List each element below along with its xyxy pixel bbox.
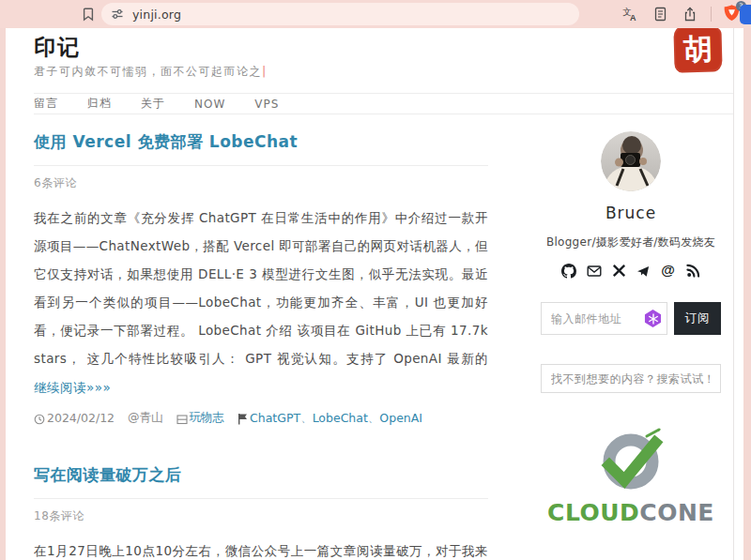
github-icon[interactable]: [561, 264, 576, 279]
rss-icon[interactable]: [686, 264, 700, 278]
cloudcone-logo-icon: [593, 424, 668, 493]
post-list: 使用 Vercel 免费部署 LobeChat 6条评论 我在之前的文章《充分发…: [34, 131, 488, 560]
translate-icon[interactable]: 文 A: [621, 5, 639, 23]
extension-chip[interactable]: [740, 5, 751, 24]
reader-mode-icon[interactable]: [651, 5, 669, 23]
nav-item-now[interactable]: NOW: [194, 98, 225, 111]
tag-separator: 、: [368, 410, 380, 426]
cloudcone-ad[interactable]: CLOUDCONE: [541, 424, 721, 526]
scrollbar-track[interactable]: [733, 28, 734, 560]
subscribe-form: 订阅: [541, 302, 721, 335]
toolbar-actions: 文 A: [621, 0, 743, 28]
author-name: Bruce: [541, 204, 721, 222]
nav-item-about[interactable]: 关于: [141, 96, 165, 112]
post-tag-link[interactable]: OpenAI: [379, 411, 422, 425]
author-bio: Blogger/摄影爱好者/数码发烧友: [541, 235, 721, 250]
post-2: 写在阅读量破万之后 18条评论 在1月27日晚上10点10分左右，微信公众号上一…: [34, 464, 488, 560]
read-more-link[interactable]: 继续阅读»»»: [34, 380, 111, 397]
subscribe-button[interactable]: 订阅: [674, 302, 721, 335]
post-comment-count[interactable]: 18条评论: [34, 508, 488, 524]
x-twitter-icon[interactable]: [612, 264, 626, 278]
email-icon[interactable]: [587, 264, 602, 279]
svg-text:@: @: [661, 263, 675, 278]
site-seal-logo[interactable]: 胡: [673, 28, 722, 73]
post-tag-link[interactable]: ChatGPT: [250, 411, 300, 425]
bookmark-icon[interactable]: [81, 7, 96, 25]
site-subtitle: 君子可内敛不可懦弱，面不公可起而论之|: [34, 64, 268, 80]
mastodon-icon[interactable]: @: [660, 263, 676, 279]
search-input[interactable]: [541, 364, 721, 393]
tags-flag-icon: [238, 413, 248, 425]
site-settings-icon[interactable]: [111, 8, 124, 21]
share-icon[interactable]: [681, 5, 699, 23]
toolbar-separator: [711, 7, 712, 22]
address-bar[interactable]: yinji.org: [101, 3, 579, 25]
post-title[interactable]: 写在阅读量破万之后: [34, 464, 488, 499]
post-comment-count[interactable]: 6条评论: [34, 175, 488, 191]
post-excerpt: 在1月27日晚上10点10分左右，微信公众号上一篇文章阅读量破万，对于我来说是一…: [34, 537, 488, 560]
post-meta: 2024/02/12 @青山 玩物志 ChatGPT、LobeChat、Open…: [34, 410, 488, 426]
webpage: 印记 君子可内敛不可懦弱，面不公可起而论之| 胡 留言 归档 关于 NOW VP…: [6, 28, 743, 560]
clock-icon: [34, 414, 45, 425]
post-title[interactable]: 使用 Vercel 免费部署 LobeChat: [34, 131, 488, 166]
cloudcone-wordmark: CLOUDCONE: [541, 499, 721, 526]
browser-toolbar: yinji.org 文 A: [0, 0, 751, 28]
post-tag-link[interactable]: LobeChat: [313, 411, 368, 425]
telegram-icon[interactable]: [636, 265, 650, 278]
sidebar: Bruce Blogger/摄影爱好者/数码发烧友 @: [541, 131, 721, 526]
post-author[interactable]: @青山: [128, 410, 163, 426]
typing-cursor: |: [262, 65, 268, 78]
post-1: 使用 Vercel 免费部署 LobeChat 6条评论 我在之前的文章《充分发…: [34, 131, 488, 426]
nav-item-archive[interactable]: 归档: [87, 96, 112, 112]
social-links: @: [541, 263, 721, 279]
post-date: 2024/02/12: [47, 411, 115, 425]
site-title[interactable]: 印记: [34, 33, 81, 62]
post-category-link[interactable]: 玩物志: [190, 410, 225, 426]
main-nav: 留言 归档 关于 NOW VPS: [34, 93, 733, 114]
tag-separator: 、: [300, 410, 313, 426]
url-text: yinji.org: [132, 8, 181, 22]
category-icon: [176, 414, 188, 425]
nav-item-vps[interactable]: VPS: [254, 98, 279, 111]
nav-item-guestbook[interactable]: 留言: [34, 96, 58, 112]
avatar[interactable]: [601, 131, 661, 191]
svg-text:A: A: [630, 13, 636, 23]
browser-window: yinji.org 文 A: [0, 0, 751, 560]
post-excerpt: 我在之前的文章《充分发挥 ChatGPT 在日常生活中的作用》中介绍过一款开源项…: [34, 204, 488, 374]
